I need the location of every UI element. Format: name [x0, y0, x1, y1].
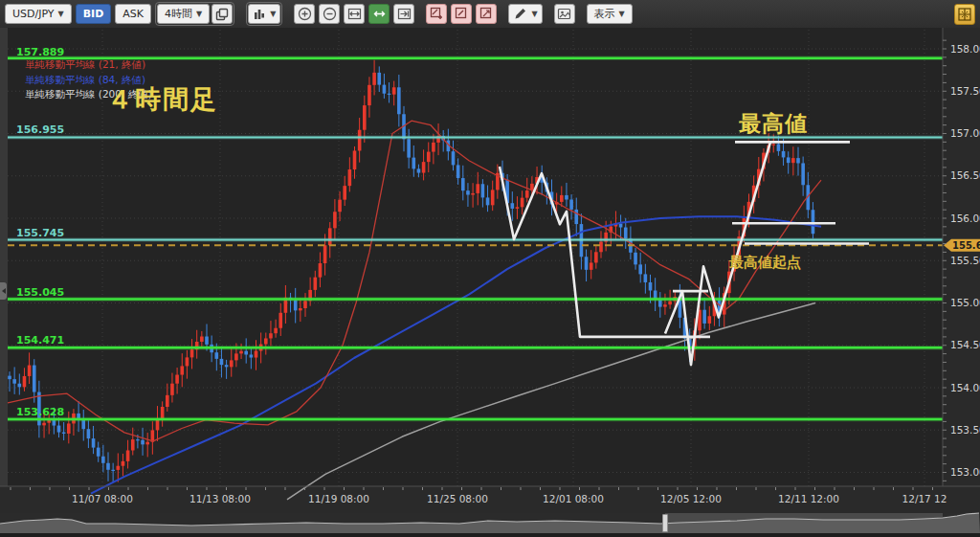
zoom-out-button[interactable] — [319, 4, 340, 24]
candle — [363, 105, 367, 130]
chevron-down-icon: ▼ — [270, 10, 276, 18]
trading-app-window: USD/JPY ▼ BID ASK 4時間 ▼ — [0, 0, 980, 537]
candle — [348, 169, 352, 186]
fit-range-button-active[interactable] — [368, 4, 390, 24]
chart-plus-icon — [430, 7, 444, 21]
candle — [619, 224, 623, 228]
candle — [397, 87, 401, 114]
duplicate-chart-button[interactable] — [212, 4, 233, 24]
candle — [771, 144, 775, 145]
candle — [62, 433, 66, 434]
candle — [57, 426, 61, 433]
candle — [255, 351, 258, 358]
candle — [516, 207, 520, 209]
display-menu-button[interactable]: 表示 ▼ — [587, 4, 633, 24]
chart-arrow-icon — [479, 7, 494, 21]
scroll-to-latest-button[interactable] — [393, 4, 414, 24]
candle — [466, 190, 470, 194]
symbol-selector[interactable]: USD/JPY ▼ — [5, 4, 72, 24]
candle — [186, 357, 189, 366]
candle — [427, 152, 431, 163]
candle — [136, 439, 140, 440]
chart-pencil-icon — [455, 7, 469, 21]
candle — [358, 130, 362, 151]
candle — [200, 337, 204, 342]
candle — [12, 379, 16, 384]
chevron-down-icon: ▼ — [196, 10, 202, 18]
panel-expand-handle[interactable] — [0, 282, 7, 300]
time-axis[interactable] — [0, 486, 943, 513]
candle — [801, 163, 805, 185]
candle — [791, 158, 795, 163]
candle — [190, 349, 194, 357]
candle — [92, 438, 96, 447]
candle — [323, 245, 327, 263]
candle — [28, 366, 32, 376]
pen-icon — [513, 7, 527, 21]
candle — [777, 144, 781, 150]
candle — [585, 257, 589, 270]
candle — [388, 94, 391, 95]
zoom-in-icon — [298, 7, 312, 21]
edit-order-chart-button[interactable] — [451, 4, 472, 24]
line-price-label: 153.628 — [16, 406, 64, 418]
candle — [106, 463, 110, 470]
candle — [417, 168, 421, 172]
candle — [314, 278, 318, 290]
chart-type-group: ▼ — [246, 2, 282, 26]
navigator-scrollbar[interactable] — [0, 513, 980, 533]
candle — [343, 186, 346, 199]
candle — [649, 282, 653, 291]
snapshot-icon — [557, 7, 571, 21]
candle — [220, 359, 224, 365]
navigator-handle[interactable] — [662, 514, 668, 532]
candle — [702, 310, 706, 324]
candle — [457, 165, 460, 178]
candle — [634, 253, 637, 265]
candle — [278, 313, 282, 328]
price-chart[interactable]: 156.955155.745155.045154.471153.628155.6… — [0, 28, 980, 537]
zoom-out-icon — [323, 7, 337, 21]
candle — [101, 457, 105, 463]
candle — [87, 429, 91, 438]
candle — [599, 242, 603, 253]
layout-grid-button[interactable] — [954, 4, 975, 25]
candle — [476, 184, 479, 193]
candle — [161, 407, 165, 418]
bid-button[interactable]: BID — [76, 4, 112, 24]
scroll-latest-icon — [397, 7, 412, 21]
chevron-down-icon: ▼ — [531, 10, 537, 18]
timeframe-group: 4時間 ▼ — [155, 2, 234, 26]
candle — [303, 301, 307, 308]
candle — [250, 354, 254, 357]
candle — [244, 351, 248, 355]
candle — [590, 262, 593, 269]
candle — [377, 73, 381, 85]
price-axis[interactable] — [943, 28, 980, 486]
candle — [372, 73, 376, 85]
candle — [117, 466, 121, 470]
candle — [461, 178, 465, 190]
order-line-chart-button[interactable] — [476, 4, 497, 24]
zoom-in-button[interactable] — [294, 4, 315, 24]
candle — [97, 448, 100, 457]
timeframe-selector[interactable]: 4時間 ▼ — [157, 4, 210, 24]
symbol-label: USD/JPY — [12, 8, 55, 20]
snapshot-button[interactable] — [554, 4, 575, 24]
candle — [486, 197, 490, 205]
candle — [269, 333, 273, 338]
candle — [787, 157, 791, 163]
fit-range-icon — [372, 7, 387, 21]
chevron-down-icon: ▼ — [619, 10, 625, 18]
candle — [368, 85, 371, 105]
drawing-tools-button[interactable]: ▼ — [508, 4, 542, 24]
ask-button[interactable]: ASK — [115, 4, 151, 24]
candle — [812, 210, 815, 234]
fit-width-button[interactable] — [344, 4, 365, 24]
candle — [471, 193, 475, 195]
candle — [511, 203, 515, 209]
candle — [333, 212, 337, 228]
chart-type-selector[interactable]: ▼ — [248, 4, 280, 24]
fit-width-icon — [347, 7, 362, 21]
new-order-chart-button[interactable] — [426, 4, 447, 24]
